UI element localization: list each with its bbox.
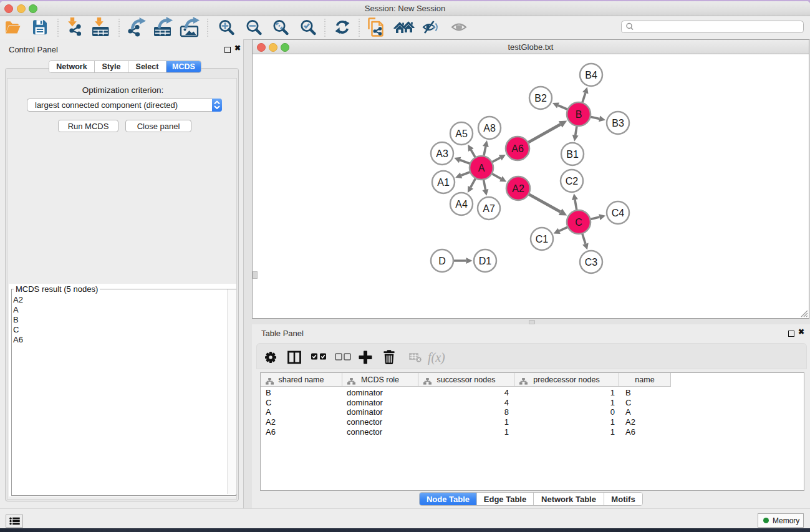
svg-text:D: D xyxy=(438,256,446,266)
svg-text:C1: C1 xyxy=(536,234,549,244)
svg-text:B2: B2 xyxy=(534,93,547,104)
svg-text:C: C xyxy=(575,217,582,228)
svg-text:D1: D1 xyxy=(479,256,492,266)
svg-text:A4: A4 xyxy=(455,199,468,210)
svg-text:B3: B3 xyxy=(612,118,624,128)
svg-text:A1: A1 xyxy=(437,177,450,188)
svg-text:A3: A3 xyxy=(436,148,448,159)
svg-text:A6: A6 xyxy=(511,143,524,154)
svg-text:f(x): f(x) xyxy=(428,351,445,365)
svg-text:C4: C4 xyxy=(612,208,625,218)
svg-text:B1: B1 xyxy=(566,149,579,160)
svg-text:A2: A2 xyxy=(512,183,524,194)
svg-text:C3: C3 xyxy=(585,257,598,268)
svg-text:A: A xyxy=(478,163,485,173)
svg-text:B: B xyxy=(576,109,582,120)
svg-text:C2: C2 xyxy=(566,176,579,186)
svg-text:A8: A8 xyxy=(483,123,496,133)
svg-text:B4: B4 xyxy=(585,70,597,80)
svg-text:A7: A7 xyxy=(483,203,495,214)
svg-text:A5: A5 xyxy=(455,128,468,139)
